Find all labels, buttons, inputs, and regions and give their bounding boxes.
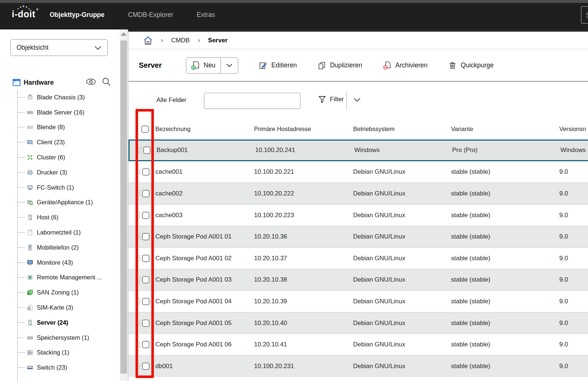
search-icon[interactable] bbox=[102, 77, 111, 86]
cell-betriebssystem: Debian GNU/Linux bbox=[353, 341, 451, 348]
tree-item-label: SAN Zoning (1) bbox=[37, 289, 79, 296]
tree-connector bbox=[17, 97, 25, 98]
new-button-dropdown[interactable] bbox=[221, 58, 238, 73]
tree-item-fc-switch-1[interactable]: FC-Switch (1) bbox=[0, 180, 120, 195]
cell-betriebssystem: Debian GNU/Linux bbox=[353, 363, 451, 370]
table-row-ceph-storage-pod-a001-06[interactable]: Ceph Storage Pod A001 06 10.20.10.41 Deb… bbox=[128, 334, 588, 355]
geraete-appliance-icon bbox=[27, 199, 33, 205]
drag-handle-icon[interactable] bbox=[137, 233, 141, 240]
tree-item-mobiltelefon-2[interactable]: Mobiltelefon (2) bbox=[0, 240, 120, 255]
table-row-ceph-storage-pod-a001-04[interactable]: Ceph Storage Pod A001 04 10.20.10.39 Deb… bbox=[128, 290, 588, 312]
breadcrumb-cmdb[interactable]: CMDB bbox=[171, 37, 190, 44]
duplizieren-button[interactable]: Duplizieren bbox=[317, 61, 362, 70]
nav-item-cmdb-explorer[interactable]: CMDB-Explorer bbox=[128, 11, 173, 19]
drag-handle-icon[interactable] bbox=[137, 298, 141, 305]
table-row-ceph-storage-pod-a001-02[interactable]: Ceph Storage Pod A001 02 10.20.10.37 Deb… bbox=[128, 247, 588, 269]
column-header-betriebssystem[interactable]: Betriebssystem bbox=[353, 126, 451, 133]
quickpurge-button[interactable]: Quickpurge bbox=[448, 61, 494, 70]
cell-hostadresse: 10.100.20.231 bbox=[254, 363, 353, 370]
funnel-icon bbox=[318, 95, 327, 104]
tree-item-sim-karte-3[interactable]: SIM-Karte (3) bbox=[0, 300, 120, 315]
row-checkbox[interactable] bbox=[142, 168, 149, 176]
stacking-icon bbox=[27, 349, 33, 356]
archivieren-button[interactable]: Archivieren bbox=[383, 61, 428, 70]
navbar-search-input[interactable]: S bbox=[581, 6, 588, 24]
tree-item-stacking-1[interactable]: Stacking (1) bbox=[0, 345, 120, 360]
sidebar-scrollbar[interactable] bbox=[120, 29, 128, 381]
tree-item-client-23[interactable]: Client (23) bbox=[0, 135, 120, 150]
row-checkbox[interactable] bbox=[142, 212, 149, 219]
drag-handle-icon[interactable] bbox=[137, 276, 141, 283]
column-header-versionsnummer[interactable]: Versionsn bbox=[559, 126, 588, 133]
row-checkbox[interactable] bbox=[142, 276, 149, 283]
drag-handle-icon[interactable] bbox=[137, 212, 141, 219]
tree-item-san-zoning-1[interactable]: SAN Zoning (1) bbox=[0, 285, 120, 300]
drag-handle-icon[interactable] bbox=[138, 147, 142, 154]
cell-bezeichnung: Ceph Storage Pod A001 02 bbox=[155, 255, 254, 262]
tree-connector bbox=[17, 142, 25, 142]
tree-item-monitore-43[interactable]: Monitore (43) bbox=[0, 255, 120, 270]
tree-item-drucker-3[interactable]: Drucker (3) bbox=[0, 165, 120, 180]
object-view-select[interactable]: Objektsicht bbox=[10, 39, 108, 56]
scrollbar-thumb[interactable] bbox=[120, 40, 127, 374]
tree-item-labornetzteil-1[interactable]: Labornetzteil (1) bbox=[0, 225, 120, 240]
tree-item-cluster-6[interactable]: Cluster (6) bbox=[0, 150, 120, 165]
row-checkbox[interactable] bbox=[142, 190, 149, 197]
new-button-label: Neu bbox=[204, 61, 215, 69]
drag-handle-icon[interactable] bbox=[137, 190, 141, 197]
drag-handle-icon[interactable] bbox=[137, 341, 141, 348]
table-row-backup001[interactable]: Backup001 10.100.20.241 Windows Pro (Pro… bbox=[128, 140, 588, 161]
filter-search-input[interactable] bbox=[204, 93, 300, 109]
row-checkbox[interactable] bbox=[142, 255, 149, 262]
cell-variante: stable (stable) bbox=[451, 190, 559, 197]
eye-icon[interactable] bbox=[86, 78, 96, 85]
drag-handle-icon[interactable] bbox=[137, 363, 141, 370]
drag-handle-icon[interactable] bbox=[137, 255, 141, 262]
speichersystem-icon bbox=[27, 335, 33, 341]
tree-item-blade-chassis-3[interactable]: Blade Chassis (3) bbox=[0, 90, 120, 105]
tree-item-host-6[interactable]: Host (6) bbox=[0, 210, 120, 225]
drag-handle-icon[interactable] bbox=[137, 320, 141, 327]
table-row-ceph-storage-pod-a001-03[interactable]: Ceph Storage Pod A001 03 10.20.10.38 Deb… bbox=[128, 269, 588, 291]
column-header-bezeichnung[interactable]: Bezeichnung bbox=[155, 126, 254, 133]
tree-item-remote-management[interactable]: Remote Management ... bbox=[0, 270, 120, 285]
editieren-button[interactable]: Editieren bbox=[259, 61, 297, 70]
nav-item-objekttyp-gruppe[interactable]: Objekttyp-Gruppe bbox=[50, 11, 105, 19]
idoit-logo[interactable]: i-doit® bbox=[12, 9, 38, 20]
nav-item-extras[interactable]: Extras bbox=[197, 11, 215, 19]
column-header-hostadresse[interactable]: Primäre Hostadresse bbox=[254, 126, 353, 133]
row-checkbox[interactable] bbox=[142, 233, 149, 240]
host-icon bbox=[27, 214, 33, 221]
tree-item-blade-server-16[interactable]: Blade Server (16) bbox=[0, 105, 120, 120]
view-select-value: Objektsicht bbox=[17, 44, 49, 52]
tree-item-blende-8[interactable]: Blende (8) bbox=[0, 120, 120, 135]
table-row-ceph-storage-pod-a001-05[interactable]: Ceph Storage Pod A001 05 10.20.10.40 Deb… bbox=[128, 312, 588, 334]
filter-button[interactable]: Filter bbox=[318, 95, 344, 104]
select-all-checkbox[interactable] bbox=[141, 126, 149, 133]
row-checkbox[interactable] bbox=[142, 298, 149, 305]
row-checkbox[interactable] bbox=[142, 341, 149, 348]
table-row-cache002[interactable]: cache002 10.100.20.222 Debian GNU/Linux … bbox=[128, 183, 588, 204]
cell-betriebssystem: Debian GNU/Linux bbox=[353, 255, 451, 262]
table-row-cache003[interactable]: cache003 10.100.20.223 Debian GNU/Linux … bbox=[128, 204, 588, 226]
object-table: Bezeichnung Primäre Hostadresse Betriebs… bbox=[128, 119, 588, 377]
row-checkbox[interactable] bbox=[142, 320, 149, 327]
tree-item-server-24[interactable]: Server (24) bbox=[0, 315, 120, 330]
home-icon[interactable] bbox=[143, 36, 153, 45]
table-row-ceph-storage-pod-a001-01[interactable]: Ceph Storage Pod A001 01 10.20.10.36 Deb… bbox=[128, 226, 588, 247]
scroll-up-arrow-icon[interactable] bbox=[121, 32, 127, 36]
tree-item-ger-te-appliance-1[interactable]: Geräte/Appliance (1) bbox=[0, 195, 120, 210]
new-button[interactable]: Neu bbox=[186, 58, 221, 73]
column-header-variante[interactable]: Variante bbox=[451, 126, 559, 133]
row-checkbox[interactable] bbox=[142, 363, 149, 370]
tree-item-speichersystem-1[interactable]: Speichersystem (1) bbox=[0, 330, 120, 345]
client-icon bbox=[27, 139, 33, 145]
table-row-db001[interactable]: db001 10.100.20.231 Debian GNU/Linux sta… bbox=[128, 355, 588, 377]
filter-expand-chevron-icon[interactable] bbox=[353, 97, 361, 102]
drag-handle-icon[interactable] bbox=[137, 168, 141, 175]
tree-item-switch-23[interactable]: Switch (23) bbox=[0, 360, 120, 375]
row-checkbox[interactable] bbox=[143, 147, 151, 154]
chevron-down-icon bbox=[94, 46, 102, 50]
table-row-cache001[interactable]: cache001 10.100.20.221 Debian GNU/Linux … bbox=[128, 161, 588, 183]
tree-item-label: Blende (8) bbox=[37, 124, 65, 131]
